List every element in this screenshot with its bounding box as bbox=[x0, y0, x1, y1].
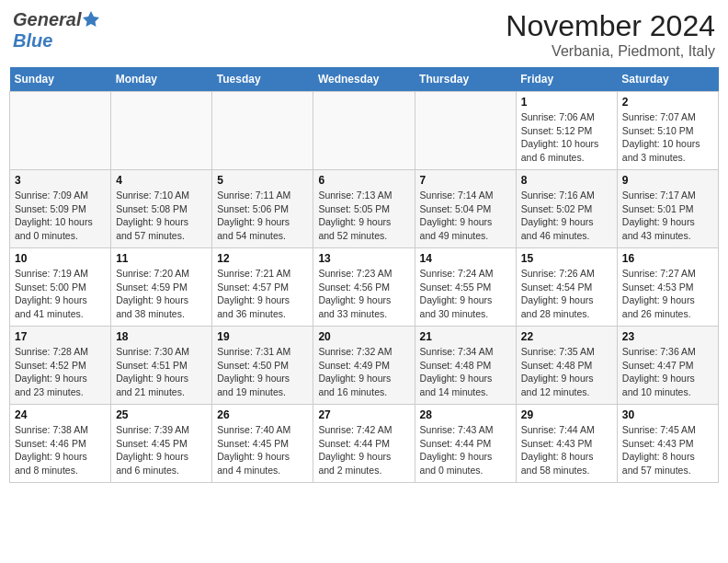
day-number: 16 bbox=[622, 252, 713, 265]
calendar-header-friday: Friday bbox=[516, 67, 617, 92]
calendar-cell: 16Sunrise: 7:27 AM Sunset: 4:53 PM Dayli… bbox=[617, 248, 718, 327]
calendar-cell: 18Sunrise: 7:30 AM Sunset: 4:51 PM Dayli… bbox=[111, 327, 212, 405]
day-number: 19 bbox=[217, 330, 308, 343]
day-number: 28 bbox=[420, 408, 511, 421]
day-info: Sunrise: 7:24 AM Sunset: 4:55 PM Dayligh… bbox=[420, 267, 511, 321]
calendar-week-2: 3Sunrise: 7:09 AM Sunset: 5:09 PM Daylig… bbox=[10, 170, 719, 248]
calendar-cell: 4Sunrise: 7:10 AM Sunset: 5:08 PM Daylig… bbox=[111, 170, 212, 248]
day-number: 3 bbox=[15, 174, 106, 187]
calendar-cell: 11Sunrise: 7:20 AM Sunset: 4:59 PM Dayli… bbox=[111, 248, 212, 327]
day-info: Sunrise: 7:16 AM Sunset: 5:02 PM Dayligh… bbox=[521, 189, 612, 243]
day-number: 4 bbox=[116, 174, 207, 187]
day-number: 26 bbox=[217, 408, 308, 421]
day-number: 14 bbox=[420, 252, 511, 265]
calendar-cell: 26Sunrise: 7:40 AM Sunset: 4:45 PM Dayli… bbox=[212, 405, 313, 483]
day-info: Sunrise: 7:39 AM Sunset: 4:45 PM Dayligh… bbox=[116, 423, 207, 477]
day-number: 18 bbox=[116, 330, 207, 343]
calendar-header-monday: Monday bbox=[111, 67, 212, 92]
day-number: 21 bbox=[420, 330, 511, 343]
month-title: November 2024 bbox=[506, 9, 715, 43]
day-number: 2 bbox=[622, 96, 713, 109]
day-info: Sunrise: 7:35 AM Sunset: 4:48 PM Dayligh… bbox=[521, 345, 612, 399]
logo-blue: Blue bbox=[13, 30, 52, 51]
calendar-cell: 14Sunrise: 7:24 AM Sunset: 4:55 PM Dayli… bbox=[415, 248, 516, 327]
calendar-cell: 15Sunrise: 7:26 AM Sunset: 4:54 PM Dayli… bbox=[516, 248, 617, 327]
day-info: Sunrise: 7:43 AM Sunset: 4:44 PM Dayligh… bbox=[420, 423, 511, 477]
calendar-cell: 27Sunrise: 7:42 AM Sunset: 4:44 PM Dayli… bbox=[313, 405, 415, 483]
day-number: 6 bbox=[318, 174, 409, 187]
day-number: 22 bbox=[521, 330, 612, 343]
logo-flag-icon bbox=[83, 10, 99, 30]
calendar-week-1: 1Sunrise: 7:06 AM Sunset: 5:12 PM Daylig… bbox=[10, 92, 719, 170]
day-info: Sunrise: 7:45 AM Sunset: 4:43 PM Dayligh… bbox=[622, 423, 713, 477]
day-info: Sunrise: 7:19 AM Sunset: 5:00 PM Dayligh… bbox=[15, 267, 106, 321]
day-info: Sunrise: 7:09 AM Sunset: 5:09 PM Dayligh… bbox=[15, 189, 106, 243]
day-info: Sunrise: 7:07 AM Sunset: 5:10 PM Dayligh… bbox=[622, 110, 713, 165]
calendar-cell: 2Sunrise: 7:07 AM Sunset: 5:10 PM Daylig… bbox=[617, 92, 718, 170]
calendar-cell: 24Sunrise: 7:38 AM Sunset: 4:46 PM Dayli… bbox=[10, 405, 111, 483]
svg-marker-0 bbox=[83, 11, 99, 27]
day-number: 23 bbox=[622, 330, 713, 343]
calendar-cell: 30Sunrise: 7:45 AM Sunset: 4:43 PM Dayli… bbox=[617, 405, 718, 483]
day-number: 30 bbox=[622, 408, 713, 421]
day-info: Sunrise: 7:13 AM Sunset: 5:05 PM Dayligh… bbox=[318, 189, 409, 243]
logo-general: General bbox=[13, 9, 81, 30]
day-info: Sunrise: 7:17 AM Sunset: 5:01 PM Dayligh… bbox=[622, 189, 713, 243]
calendar-header-wednesday: Wednesday bbox=[313, 67, 415, 92]
calendar-cell: 5Sunrise: 7:11 AM Sunset: 5:06 PM Daylig… bbox=[212, 170, 313, 248]
calendar-cell: 20Sunrise: 7:32 AM Sunset: 4:49 PM Dayli… bbox=[313, 327, 415, 405]
day-number: 13 bbox=[318, 252, 409, 265]
calendar-cell: 22Sunrise: 7:35 AM Sunset: 4:48 PM Dayli… bbox=[516, 327, 617, 405]
day-info: Sunrise: 7:40 AM Sunset: 4:45 PM Dayligh… bbox=[217, 423, 308, 477]
day-info: Sunrise: 7:21 AM Sunset: 4:57 PM Dayligh… bbox=[217, 267, 308, 321]
day-number: 10 bbox=[15, 252, 106, 265]
day-number: 5 bbox=[217, 174, 308, 187]
calendar-header-saturday: Saturday bbox=[617, 67, 718, 92]
calendar-week-5: 24Sunrise: 7:38 AM Sunset: 4:46 PM Dayli… bbox=[10, 405, 719, 483]
day-number: 12 bbox=[217, 252, 308, 265]
calendar-cell: 12Sunrise: 7:21 AM Sunset: 4:57 PM Dayli… bbox=[212, 248, 313, 327]
calendar-table: SundayMondayTuesdayWednesdayThursdayFrid… bbox=[9, 67, 719, 483]
day-info: Sunrise: 7:23 AM Sunset: 4:56 PM Dayligh… bbox=[318, 267, 409, 321]
calendar-week-3: 10Sunrise: 7:19 AM Sunset: 5:00 PM Dayli… bbox=[10, 248, 719, 327]
day-number: 27 bbox=[318, 408, 409, 421]
calendar-cell: 6Sunrise: 7:13 AM Sunset: 5:05 PM Daylig… bbox=[313, 170, 415, 248]
title-area: November 2024 Verbania, Piedmont, Italy bbox=[506, 9, 715, 60]
day-info: Sunrise: 7:30 AM Sunset: 4:51 PM Dayligh… bbox=[116, 345, 207, 399]
calendar-cell bbox=[111, 92, 212, 170]
calendar-cell: 3Sunrise: 7:09 AM Sunset: 5:09 PM Daylig… bbox=[10, 170, 111, 248]
day-info: Sunrise: 7:28 AM Sunset: 4:52 PM Dayligh… bbox=[15, 345, 106, 399]
calendar-header-sunday: Sunday bbox=[10, 67, 111, 92]
calendar-cell: 19Sunrise: 7:31 AM Sunset: 4:50 PM Dayli… bbox=[212, 327, 313, 405]
calendar-header-thursday: Thursday bbox=[415, 67, 516, 92]
calendar-cell: 25Sunrise: 7:39 AM Sunset: 4:45 PM Dayli… bbox=[111, 405, 212, 483]
day-number: 24 bbox=[15, 408, 106, 421]
day-info: Sunrise: 7:34 AM Sunset: 4:48 PM Dayligh… bbox=[420, 345, 511, 399]
day-number: 7 bbox=[420, 174, 511, 187]
calendar-week-4: 17Sunrise: 7:28 AM Sunset: 4:52 PM Dayli… bbox=[10, 327, 719, 405]
day-info: Sunrise: 7:27 AM Sunset: 4:53 PM Dayligh… bbox=[622, 267, 713, 321]
calendar-cell: 17Sunrise: 7:28 AM Sunset: 4:52 PM Dayli… bbox=[10, 327, 111, 405]
day-info: Sunrise: 7:10 AM Sunset: 5:08 PM Dayligh… bbox=[116, 189, 207, 243]
day-number: 1 bbox=[521, 96, 612, 109]
day-info: Sunrise: 7:44 AM Sunset: 4:43 PM Dayligh… bbox=[521, 423, 612, 477]
calendar-cell: 1Sunrise: 7:06 AM Sunset: 5:12 PM Daylig… bbox=[516, 92, 617, 170]
calendar-cell: 13Sunrise: 7:23 AM Sunset: 4:56 PM Dayli… bbox=[313, 248, 415, 327]
calendar-cell bbox=[212, 92, 313, 170]
calendar-cell: 9Sunrise: 7:17 AM Sunset: 5:01 PM Daylig… bbox=[617, 170, 718, 248]
calendar-cell: 10Sunrise: 7:19 AM Sunset: 5:00 PM Dayli… bbox=[10, 248, 111, 327]
day-number: 15 bbox=[521, 252, 612, 265]
day-info: Sunrise: 7:11 AM Sunset: 5:06 PM Dayligh… bbox=[217, 189, 308, 243]
day-info: Sunrise: 7:06 AM Sunset: 5:12 PM Dayligh… bbox=[521, 110, 612, 165]
calendar-cell: 29Sunrise: 7:44 AM Sunset: 4:43 PM Dayli… bbox=[516, 405, 617, 483]
calendar-cell: 23Sunrise: 7:36 AM Sunset: 4:47 PM Dayli… bbox=[617, 327, 718, 405]
day-number: 9 bbox=[622, 174, 713, 187]
day-info: Sunrise: 7:26 AM Sunset: 4:54 PM Dayligh… bbox=[521, 267, 612, 321]
day-info: Sunrise: 7:38 AM Sunset: 4:46 PM Dayligh… bbox=[15, 423, 106, 477]
day-info: Sunrise: 7:42 AM Sunset: 4:44 PM Dayligh… bbox=[318, 423, 409, 477]
day-info: Sunrise: 7:20 AM Sunset: 4:59 PM Dayligh… bbox=[116, 267, 207, 321]
calendar-header-tuesday: Tuesday bbox=[212, 67, 313, 92]
calendar-cell: 8Sunrise: 7:16 AM Sunset: 5:02 PM Daylig… bbox=[516, 170, 617, 248]
calendar-cell bbox=[313, 92, 415, 170]
day-number: 11 bbox=[116, 252, 207, 265]
